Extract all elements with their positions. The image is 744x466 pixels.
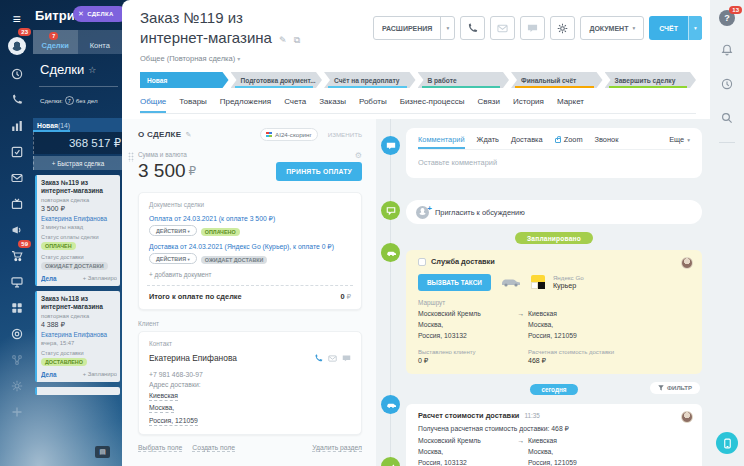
cart-icon[interactable]: 59 (0, 243, 33, 269)
crm-icon[interactable] (0, 191, 33, 217)
address-line[interactable]: Москва, (149, 404, 174, 413)
timeline-tab-zoom[interactable]: Zoom (555, 135, 583, 144)
stage-docs[interactable]: Подготовка документ... (231, 72, 323, 88)
kanban-column-header[interactable]: Новая (14) (33, 118, 122, 132)
deal-card[interactable]: Заказ №118 из интернет-магазина повторна… (35, 291, 120, 382)
chevron-down-icon[interactable]: ▾ (440, 17, 454, 39)
edit-section-pencil-icon[interactable]: ✎ (185, 131, 191, 139)
create-field-link[interactable]: Создать поле (192, 444, 235, 452)
stage-in-progress[interactable]: В работе (418, 72, 510, 88)
sites-icon[interactable] (0, 269, 33, 295)
call-button[interactable] (460, 16, 485, 40)
deal-card-cropped[interactable] (35, 387, 120, 395)
phone-icon[interactable] (314, 349, 323, 367)
search-icon[interactable] (721, 110, 733, 128)
chat-button[interactable] (520, 16, 545, 40)
delete-section-link[interactable]: Удалить раздел (312, 444, 362, 452)
drag-handle[interactable] (128, 152, 134, 162)
delivery-card-title[interactable]: Служба доставки (431, 257, 495, 266)
today-badge[interactable]: сегодня (530, 384, 577, 395)
tab-products[interactable]: Товары (179, 97, 207, 113)
entry-title[interactable]: Расчет стоимости доставки (418, 411, 519, 420)
contact-name-link[interactable]: Екатерина Епифанова (149, 353, 237, 363)
plan-activity-link[interactable]: + Запланиро (83, 275, 117, 282)
chevron-down-icon[interactable]: ▾ (688, 16, 702, 40)
stage-new[interactable]: Новая (140, 72, 229, 88)
support-icon[interactable] (0, 321, 33, 347)
todo-link[interactable]: Дела (41, 275, 57, 282)
tab-quotes[interactable]: Предложения (220, 97, 271, 113)
help-button[interactable]: ? 13 (719, 10, 735, 26)
deals-counter[interactable]: Сделки: 7 без дел (40, 96, 98, 105)
tab-orders[interactable]: Заказы (319, 97, 346, 113)
history-clock-icon[interactable] (721, 76, 733, 94)
settings-gear-button[interactable] (550, 16, 575, 40)
complete-checkbox[interactable] (418, 258, 426, 266)
mail-icon[interactable] (0, 165, 33, 191)
filter-button[interactable]: ФИЛЬТР (650, 382, 700, 394)
extensions-button[interactable]: РАСШИРЕНИЯ ▾ (373, 16, 456, 40)
add-icon[interactable] (0, 399, 33, 425)
deal-card-title[interactable]: Заказ №119 из интернет-магазина (41, 179, 117, 195)
tasks-icon[interactable] (0, 139, 33, 165)
invoice-button[interactable]: СЧЁТ ▾ (649, 16, 702, 40)
address-line[interactable]: Россия, 121059 (149, 417, 198, 426)
document-button[interactable]: ДОКУМЕНТ ▾ (580, 16, 644, 40)
deal-card-contact[interactable]: Екатерина Епифанова (41, 331, 117, 338)
structure-icon[interactable] (0, 347, 33, 373)
tab-market[interactable]: Маркет (557, 97, 584, 113)
timeline-tab-delivery[interactable]: Доставка (511, 135, 543, 144)
time-icon[interactable] (0, 61, 33, 87)
deal-card-contact[interactable]: Екатерина Епифанова (41, 215, 117, 222)
pipeline-selector[interactable]: Общее (Повторная сделка) ▾ (140, 54, 240, 63)
contact-phone[interactable]: +7 981 468-30-97 (149, 371, 351, 378)
deal-card[interactable]: Заказ №119 из интернет-магазина повторна… (35, 175, 120, 286)
copy-link-icon[interactable]: ⧉ (294, 35, 300, 45)
printer-icon[interactable]: ▤ (95, 446, 110, 458)
close-icon[interactable]: ✕ (78, 10, 84, 18)
tab-deals[interactable]: 7 Сделки (33, 30, 78, 54)
quick-deal-button[interactable]: + Быстрая сделка (33, 156, 122, 170)
call-taxi-button[interactable]: ВЫЗВАТЬ ТАКСИ (418, 274, 491, 291)
mail-icon[interactable] (328, 349, 337, 367)
plan-activity-link[interactable]: + Запланиро (83, 371, 117, 378)
favorite-star-icon[interactable]: ☆ (88, 65, 96, 75)
chart-icon[interactable] (0, 113, 33, 139)
stage-final-invoice[interactable]: Финальный счёт (511, 72, 603, 88)
timeline-tab-comment[interactable]: Комментарий (418, 135, 465, 149)
settings-icon[interactable] (0, 373, 33, 399)
tab-contacts[interactable]: Конта (78, 30, 123, 54)
add-document-link[interactable]: + добавить документ (149, 271, 351, 278)
tab-history[interactable]: История (513, 97, 544, 113)
deal-card-title[interactable]: Заказ №118 из интернет-магазина (41, 295, 117, 311)
telephony-icon[interactable] (0, 87, 33, 113)
timeline-tab-more[interactable]: Еще ▾ (669, 135, 690, 144)
mobile-app-button[interactable] (716, 432, 738, 454)
change-link[interactable]: ИЗМЕНИТЬ (328, 131, 362, 138)
comment-input[interactable] (418, 158, 690, 167)
actions-dropdown[interactable]: ДЕЙСТВИЯ ▾ (149, 225, 197, 236)
select-field-link[interactable]: Выбрать поле (138, 444, 182, 452)
email-button[interactable] (490, 16, 515, 40)
field-gear-icon[interactable]: ⚙ (355, 151, 362, 160)
edit-title-pencil-icon[interactable]: ✎ (279, 35, 287, 45)
accept-payment-button[interactable]: ПРИНЯТЬ ОПЛАТУ (276, 162, 362, 181)
chat-icon[interactable] (342, 349, 351, 367)
deal-sum-value[interactable]: 3 500 (138, 160, 186, 182)
tab-general[interactable]: Общие (140, 97, 166, 113)
stage-prepay-invoice[interactable]: Счёт на предоплату (324, 72, 416, 88)
address-line[interactable]: Киевская (149, 392, 178, 401)
ai-scoring-badge[interactable]: AI24-скоринг (260, 128, 318, 141)
tab-relations[interactable]: Связи (477, 97, 499, 113)
tab-invoices[interactable]: Счета (284, 97, 306, 113)
entity-filter-pill[interactable]: ✕ СДЕЛКА (73, 6, 127, 22)
timeline-tab-call[interactable]: Звонок (595, 135, 619, 144)
todo-link[interactable]: Дела (41, 371, 57, 378)
actions-dropdown[interactable]: ДЕЙСТВИЯ ▾ (149, 253, 197, 264)
payment-document-link[interactable]: Оплата от 24.03.2021 (к оплате 3 500 ₽) (149, 214, 351, 223)
timeline-tab-wait[interactable]: Ждать (477, 135, 499, 144)
tab-robots[interactable]: Роботы (359, 97, 387, 113)
live-assistant-button[interactable]: 23 (0, 31, 33, 61)
tab-bizproc[interactable]: Бизнес-процессы (400, 97, 465, 113)
stage-close-deal[interactable]: Завершить сделку (605, 72, 697, 88)
